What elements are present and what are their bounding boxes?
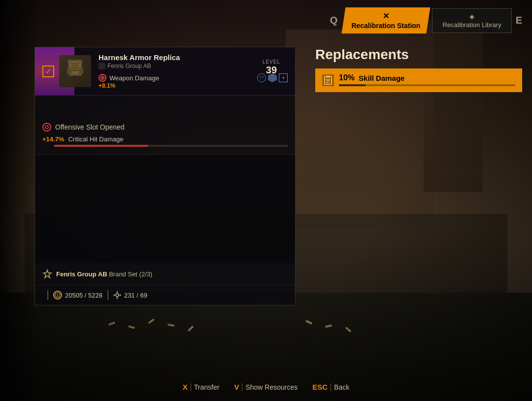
svg-marker-14 xyxy=(43,270,51,278)
slot-crosshair-icon xyxy=(44,125,49,130)
svg-rect-2 xyxy=(67,67,71,74)
divider xyxy=(331,383,331,391)
level-label: LEVEL xyxy=(263,59,280,65)
coin-icon: $ xyxy=(53,291,62,300)
resources-section: $ 20505 / 5228 231 / 69 xyxy=(35,285,295,305)
divider xyxy=(242,383,242,391)
item-checkbox[interactable]: ✓ xyxy=(42,66,54,77)
right-panel: Replacements 10% Skill Damage xyxy=(315,47,522,95)
replacement-bar xyxy=(339,84,515,86)
brand-set-text: Fenris Group AB Brand Set (2/3) xyxy=(56,270,152,278)
replacements-title: Replacements xyxy=(315,47,522,63)
level-value: 39 xyxy=(263,65,280,76)
replacement-item-0[interactable]: 10% Skill Damage xyxy=(315,68,522,92)
material-icon xyxy=(113,291,121,299)
svg-point-13 xyxy=(45,126,48,129)
empty-content-area xyxy=(35,155,295,263)
show-resources-label: Show Resources xyxy=(245,383,298,391)
svg-rect-23 xyxy=(326,76,330,77)
bottom-action-bar: X Transfer V Show Resources ESC Back xyxy=(0,383,532,391)
resource-mat-value: 231 / 69 xyxy=(124,292,147,299)
slot-title: Offensive Slot Opened xyxy=(55,123,125,131)
svg-text:$: $ xyxy=(57,294,59,297)
svg-point-19 xyxy=(116,298,118,299)
clipboard-icon xyxy=(324,76,332,85)
ui-container: Q ✕ Recalibration Station ◈ Recalibratio… xyxy=(0,0,532,401)
item-name: Harnesk Armor Replica xyxy=(99,53,288,62)
crosshair-icon xyxy=(100,75,105,80)
item-header: ✓ xyxy=(35,47,295,96)
brand-icon xyxy=(99,63,105,69)
library-icon: ◈ xyxy=(469,13,474,20)
item-brand: Fenris Group AB xyxy=(99,63,288,69)
svg-point-21 xyxy=(119,295,121,296)
svg-rect-22 xyxy=(325,76,332,84)
slot-stat-name: Critical Hit Damage xyxy=(68,135,123,143)
stat-value: +8.1% xyxy=(99,82,288,89)
slot-icon xyxy=(42,123,51,132)
item-level: LEVEL 39 xyxy=(263,59,280,76)
resource-coin-value: 20505 / 5228 xyxy=(65,292,102,299)
slot-stat-row: +14.7% Critical Hit Damage xyxy=(42,135,288,143)
library-label: Recalibration Library xyxy=(442,21,501,29)
svg-rect-3 xyxy=(79,67,83,74)
svg-point-17 xyxy=(116,294,119,297)
slot-bar-container xyxy=(54,145,288,147)
replacement-percent: 10% xyxy=(339,73,355,82)
fenris-icon xyxy=(42,269,52,279)
station-icon: ✕ xyxy=(383,11,389,21)
svg-point-20 xyxy=(113,295,115,296)
replacement-item-icon xyxy=(322,74,334,86)
slot-header: Offensive Slot Opened xyxy=(42,123,288,132)
brand-set-label: Brand Set (2/3) xyxy=(109,270,152,278)
transfer-button[interactable]: X Transfer xyxy=(183,383,220,391)
tab-q-key: Q xyxy=(330,15,338,26)
weapon-damage-icon xyxy=(99,74,106,82)
spacer xyxy=(35,96,295,115)
back-key: ESC xyxy=(312,383,328,391)
divider xyxy=(191,383,191,391)
replacement-name: Skill Damage xyxy=(359,74,404,82)
brand-name: Fenris Group AB xyxy=(107,63,151,69)
item-stat: Weapon Damage 🛡 ✦ xyxy=(99,73,288,82)
item-armor-icon xyxy=(59,55,91,87)
top-tabs: Q ✕ Recalibration Station ◈ Recalibratio… xyxy=(330,7,522,33)
back-label: Back xyxy=(334,383,349,391)
credit-icon: $ xyxy=(55,292,61,298)
svg-rect-5 xyxy=(78,60,82,64)
back-button[interactable]: ESC Back xyxy=(312,383,349,391)
slot-bar-fill xyxy=(54,145,148,147)
armor-svg xyxy=(62,58,89,85)
svg-rect-4 xyxy=(68,60,72,64)
resource-coin: $ 20505 / 5228 xyxy=(53,291,102,300)
item-panel: ✓ xyxy=(34,47,296,305)
slot-section: Offensive Slot Opened +14.7% Critical Hi… xyxy=(35,115,295,155)
item-header-content: ✓ xyxy=(42,53,288,89)
brand-set-icon xyxy=(42,269,52,279)
show-resources-button[interactable]: V Show Resources xyxy=(234,383,298,391)
slot-stat-value: +14.7% xyxy=(42,135,64,143)
brand-set-name: Fenris Group AB xyxy=(56,270,107,278)
transfer-label: Transfer xyxy=(194,383,220,391)
show-resources-key: V xyxy=(234,383,239,391)
resource-divider-left xyxy=(47,290,48,300)
replacement-bar-fill xyxy=(339,84,366,86)
brand-section: Fenris Group AB Brand Set (2/3) xyxy=(35,263,295,285)
item-info: Harnesk Armor Replica Fenris Group AB xyxy=(99,53,288,89)
transfer-key: X xyxy=(183,383,188,391)
gear-icon xyxy=(113,291,121,299)
tab-recalibration-library[interactable]: ◈ Recalibration Library xyxy=(432,8,511,33)
resource-material: 231 / 69 xyxy=(113,291,147,299)
svg-point-18 xyxy=(116,292,118,293)
station-label: Recalibration Station xyxy=(351,22,420,30)
tab-recalibration-station[interactable]: ✕ Recalibration Station xyxy=(341,7,430,33)
checkmark-icon: ✓ xyxy=(45,67,52,76)
stat-label: Weapon Damage xyxy=(109,74,159,82)
tab-e-key: E xyxy=(516,15,522,26)
resource-divider-mid xyxy=(107,290,108,300)
